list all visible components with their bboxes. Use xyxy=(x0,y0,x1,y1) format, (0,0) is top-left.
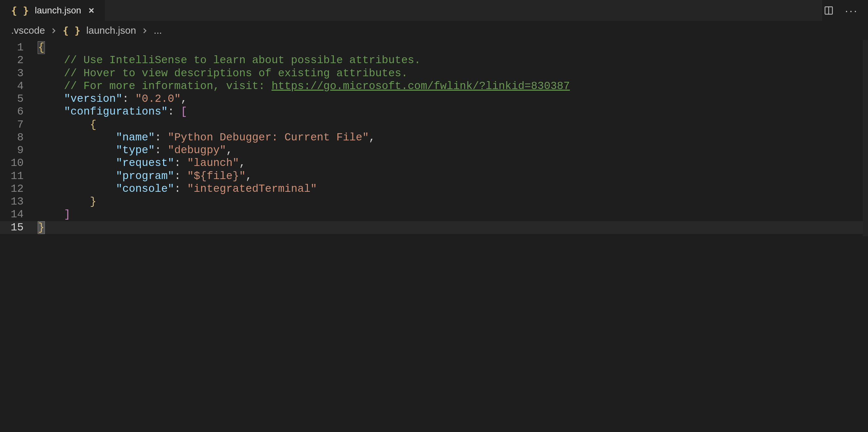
split-editor-button[interactable] xyxy=(822,4,835,17)
line-number: 1 xyxy=(0,41,38,54)
code-line[interactable]: 3 // Hover to view descriptions of exist… xyxy=(0,67,868,80)
tab-bar-spacer xyxy=(105,0,822,21)
overview-ruler[interactable] xyxy=(863,40,868,236)
code-line[interactable]: 4 // For more information, visit: https:… xyxy=(0,80,868,93)
tab-bar: { } launch.json ··· xyxy=(0,0,868,21)
code-line[interactable]: 8 "name": "Python Debugger: Current File… xyxy=(0,131,868,144)
code-line[interactable]: 12 "console": "integratedTerminal" xyxy=(0,182,868,195)
code-line[interactable]: 1 { xyxy=(0,41,868,54)
doc-link[interactable]: https://go.microsoft.com/fwlink/?linkid=… xyxy=(272,80,570,92)
line-number: 15 xyxy=(0,221,38,234)
chevron-right-icon xyxy=(51,25,57,36)
json-file-icon: { } xyxy=(63,25,80,36)
line-number: 9 xyxy=(0,144,38,157)
tab-label: launch.json xyxy=(35,5,81,16)
line-number: 4 xyxy=(0,80,38,93)
close-icon xyxy=(88,7,95,14)
line-number: 10 xyxy=(0,157,38,169)
ellipsis-icon: ··· xyxy=(845,5,858,16)
code-line[interactable]: 15 } xyxy=(0,221,868,234)
editor-title-actions: ··· xyxy=(822,0,868,21)
line-number: 12 xyxy=(0,182,38,195)
line-number: 6 xyxy=(0,105,38,118)
split-editor-icon xyxy=(824,6,834,15)
code-line[interactable]: 11 "program": "${file}", xyxy=(0,170,868,182)
code-line[interactable]: 9 "type": "debugpy", xyxy=(0,144,868,157)
tab-launch-json[interactable]: { } launch.json xyxy=(0,0,105,21)
breadcrumb-folder[interactable]: .vscode xyxy=(11,25,45,36)
code-line[interactable]: 7 { xyxy=(0,119,868,131)
code-line[interactable]: 2 // Use IntelliSense to learn about pos… xyxy=(0,54,868,67)
breadcrumb-file[interactable]: launch.json xyxy=(87,25,136,36)
line-number: 7 xyxy=(0,119,38,131)
json-file-icon: { } xyxy=(11,5,29,16)
close-tab-button[interactable] xyxy=(87,6,96,15)
code-line[interactable]: 5 "version": "0.2.0", xyxy=(0,93,868,105)
breadcrumb-tail[interactable]: ... xyxy=(154,25,162,36)
line-number: 11 xyxy=(0,170,38,182)
line-number: 13 xyxy=(0,195,38,208)
line-number: 2 xyxy=(0,54,38,67)
chevron-right-icon xyxy=(142,25,148,36)
line-number: 14 xyxy=(0,208,38,221)
breadcrumb[interactable]: .vscode { } launch.json ... xyxy=(0,21,868,40)
code-line[interactable]: 13 } xyxy=(0,195,868,208)
more-actions-button[interactable]: ··· xyxy=(845,4,858,17)
code-editor[interactable]: 1 { 2 // Use IntelliSense to learn about… xyxy=(0,40,868,234)
code-line[interactable]: 10 "request": "launch", xyxy=(0,157,868,169)
code-line[interactable]: 6 "configurations": [ xyxy=(0,105,868,118)
line-number: 5 xyxy=(0,93,38,105)
line-number: 3 xyxy=(0,67,38,80)
line-number: 8 xyxy=(0,131,38,144)
code-line[interactable]: 14 ] xyxy=(0,208,868,221)
